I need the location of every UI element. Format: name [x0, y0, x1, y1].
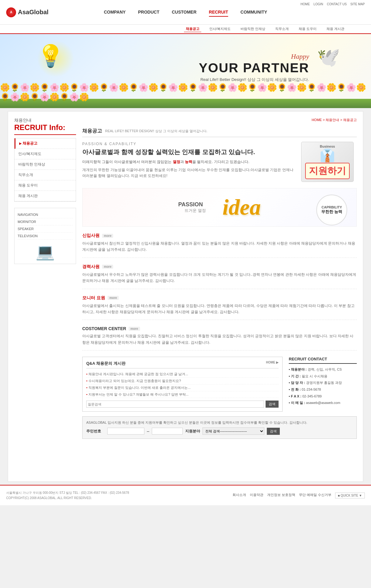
top-nav-login[interactable]: LOGIN [313, 2, 323, 6]
footer-address-line1: 서울특별시 가나구 우리동 000-00번지 STJ 빌딩 TEL : (02)… [6, 490, 129, 495]
id-input-first[interactable] [107, 428, 144, 435]
breadcrumb-sep2: > [340, 118, 342, 122]
footer-links: 회사소개 이용약관 개인정보 보호정책 무단 예매일 수신거부 ■ QUICK … [232, 493, 365, 498]
apply-label: 지원분야 [185, 429, 200, 434]
id-search-button[interactable]: 검색 [267, 428, 280, 435]
apply-select[interactable]: 전체 검색------------------------ [203, 427, 264, 435]
sidebar-header: 채용안내 RECRUIT Info: [14, 118, 76, 135]
qa-home-link[interactable]: HOME ▶ [266, 361, 279, 366]
recruit-heading: 아사글로벌과 함께 성장할 실력있는 인재를 모집하고 있습니다. [82, 148, 296, 156]
section-monitor: 모니터 요원 more 아사글로벌에서 출시되는 신제품을 테스트해 줄 모니터… [82, 295, 357, 320]
sidebar-box-item-3[interactable]: TELEVISION [18, 233, 73, 240]
section-customer-center: COSTOMER CENTER more 아사글로벌 고객센터에서 직원을 모집… [82, 326, 357, 351]
main-navigation: COMPANY PRODUCT CUSTOMER RECRUIT COMMUNI… [104, 8, 267, 17]
sub-navigation: 채용공고 인사/복지제도 바람직한 인재상 직무소개 채용 도우미 채용 게시관 [0, 25, 371, 34]
sidebar-box-item-1[interactable]: MORNITOR [18, 218, 73, 225]
breadcrumb-section: 채용안내 [326, 118, 339, 122]
nav-company[interactable]: COMPANY [104, 8, 126, 17]
sub-nav-board[interactable]: 채용 게시관 [325, 26, 346, 32]
contact-item-5: • 이 메 일 : asaweb@asaweb.com [289, 400, 357, 406]
footer-address-line2: COPYRIGHT(C) 2008 ASAGLOBAL. ALL RIGHT R… [6, 495, 129, 501]
apply-btn[interactable]: 지원하기 [305, 163, 350, 179]
nav-recruit[interactable]: RECRUIT [209, 8, 228, 17]
footer-link-2[interactable]: 개인정보 보호정책 [267, 493, 295, 498]
breadcrumb-sep1: > [323, 118, 325, 122]
id-check-section: ASAGLOBAL 입사지원 하신 분들 중에 지원여부를 확인하고 싶으신 분… [82, 416, 357, 439]
qa-item-3[interactable]: 지원부서는 언제 알 수 있나요? 개별들보 해 주시나요? 답변 부탁... [86, 391, 279, 398]
sidebar-item-4[interactable]: 채용 도우미 [15, 180, 76, 191]
sidebar-box-item-0[interactable]: NAVIGATION [18, 211, 73, 218]
top-nav-home[interactable]: HOME [301, 2, 310, 6]
sub-nav-hr[interactable]: 인사/복지제도 [207, 26, 232, 32]
sub-nav-recruit[interactable]: 채용공고 [184, 26, 201, 32]
sub-nav-job[interactable]: 직무소개 [273, 26, 291, 32]
section-content-exp: 아사글로벌에서 우수하고 노하우가 많은 경력사원을 모집합니다 더 크게 도약… [82, 271, 357, 284]
header: A AsaGlobal HOME LOGIN CONTACT US SITE M… [0, 0, 371, 25]
sub-nav-helper[interactable]: 채용 도우미 [297, 26, 318, 32]
section-title-new: 신입사원 more [82, 233, 357, 238]
laptop-icon: 💻 [18, 243, 73, 261]
banner-bulb-icon: 💡 [37, 43, 64, 69]
banner-bird-icon: 🕊️ [317, 46, 340, 68]
id-check-description: ASAGLOBAL 입사지원 하신 분들 중에 지원여부를 확인하고 싶으신 분… [86, 420, 353, 425]
top-navigation: HOME LOGIN CONTACT US SITE MAP [301, 2, 365, 6]
page-title-row: 채용공고 REAL LIFE!! BETTER DESIGN!! 상상 그 이상… [82, 125, 357, 137]
section-experienced: 경력사원 more 아사글로벌에서 우수하고 노하우가 많은 경력사원을 모집합… [82, 264, 357, 289]
qa-item-0[interactable]: 채용안내 게시판입니다. 채용에 관해 궁금한 점 있으시면 글 남겨... [86, 371, 279, 378]
contact-item-2: • 담 당 자 : 경영지원부 홍길동 과장 [289, 380, 357, 386]
sidebar-box-item-2[interactable]: SPEAKER [18, 225, 73, 233]
footer-link-1[interactable]: 이용약관 [250, 493, 263, 498]
qa-item-1[interactable]: 수시채용이라고 되어 있는데요. 지금 인원충원이 필요한지요? [86, 378, 279, 384]
quick-site-dropdown[interactable]: ■ QUICK SITE ▼ [335, 493, 365, 498]
recruit-text: PASSION & CAPABILITY 아사글로벌과 함께 성장할 실력있는 … [82, 142, 296, 182]
breadcrumb-home[interactable]: HOME [312, 118, 322, 122]
sidebar-item-0[interactable]: 채용공고 [15, 138, 76, 149]
top-nav-sitemap[interactable]: SITE MAP [350, 2, 365, 6]
businessman-icon: 👔 [305, 148, 350, 163]
sidebar-korean-title: 채용안내 [14, 118, 76, 123]
content-wrapper: 채용안내 RECRUIT Info: 채용공고 인사/복지제도 바람직한 인재상… [8, 111, 363, 482]
sidebar-item-2[interactable]: 바람직한 인재상 [15, 159, 76, 170]
sidebar-item-5[interactable]: 채용 게시판 [15, 191, 76, 201]
passion-kr: 뜨거운 열정 [178, 208, 212, 213]
sidebar-item-3[interactable]: 직무소개 [15, 170, 76, 180]
logo[interactable]: A AsaGlobal [6, 7, 49, 17]
more-link-exp[interactable]: more [102, 265, 113, 269]
qa-search-input[interactable] [86, 401, 264, 408]
section-new-employee: 신입사원 more 아사글로벌에서 참신하고 열정적인 신입사원을 채용합니다.… [82, 233, 357, 258]
logo-text: AsaGlobal [18, 9, 49, 16]
contact-item-1: • 기 간 : 필요 시 수시채용 [289, 373, 357, 380]
breadcrumb: HOME > 채용안내 > 채용공고 [82, 118, 357, 122]
page-title-korean: 채용공고 [82, 128, 102, 134]
qa-search-button[interactable]: 검색 [266, 401, 279, 408]
capability-badge: CAPRBILITY 무한한 능력 [316, 195, 347, 225]
nav-community[interactable]: COMMUNITY [241, 8, 267, 17]
sub-nav-ideal[interactable]: 바람직한 인재상 [239, 26, 267, 32]
more-link-cc[interactable]: more [129, 327, 140, 331]
section-content-monitor: 아사글로벌에서 출시되는 신제품을 테스트해 줄 모니터 요원을 모집합니다. … [82, 303, 357, 315]
section-title-cc: COSTOMER CENTER more [82, 326, 357, 331]
recruit-desc: 개개인의 무한한 가능성을 이끌어내어 꿈을 현실로 이루는 기업 아사에서는 … [82, 167, 296, 179]
top-nav-contact[interactable]: CONTACT US [327, 2, 347, 6]
nav-customer[interactable]: CUSTOMER [172, 8, 197, 17]
more-link-monitor[interactable]: more [108, 296, 119, 300]
sidebar-item-1[interactable]: 인사/복지제도 [15, 149, 76, 159]
banner-subtitle: Real Life!! Better Design!! 상상 그 이상의 세상을… [199, 77, 309, 82]
recruit-section: PASSION & CAPABILITY 아사글로벌과 함께 성장할 실력있는 … [82, 142, 357, 182]
passion-en: PASSION [178, 201, 203, 208]
contact-item-0: • 채용분야 : 경력, 신입, 사무직, CS [289, 366, 357, 373]
nav-product[interactable]: PRODUCT [138, 8, 159, 17]
passion-label: PASSION & CAPABILITY [82, 142, 296, 146]
footer-link-0[interactable]: 회사소개 [232, 493, 246, 498]
main-content: HOME > 채용안내 > 채용공고 채용공고 REAL LIFE!! BETT… [82, 118, 357, 475]
qa-item-2[interactable]: 직원복지 부분에 질문이 있습니다. 이번에 새로 출라온 공지에서는... [86, 384, 279, 391]
idea-section: PASSION 뜨거운 열정 idea CAPRBILITY 무한한 능력 [82, 188, 357, 227]
breadcrumb-current: 채용공고 [343, 118, 357, 122]
capability-en: CAPRBILITY [322, 205, 342, 209]
footer-link-3[interactable]: 무단 예매일 수신거부 [299, 493, 331, 498]
qa-section: Q&A 채용문의 게시판 HOME ▶ 채용안내 게시판입니다. 채용에 관해 … [82, 357, 357, 412]
more-link-new[interactable]: more [102, 234, 113, 238]
footer: 서울특별시 가나구 우리동 000-00번지 STJ 빌딩 TEL : (02)… [0, 485, 371, 505]
id-input-second[interactable] [152, 428, 183, 435]
idea-text: idea [223, 195, 261, 220]
